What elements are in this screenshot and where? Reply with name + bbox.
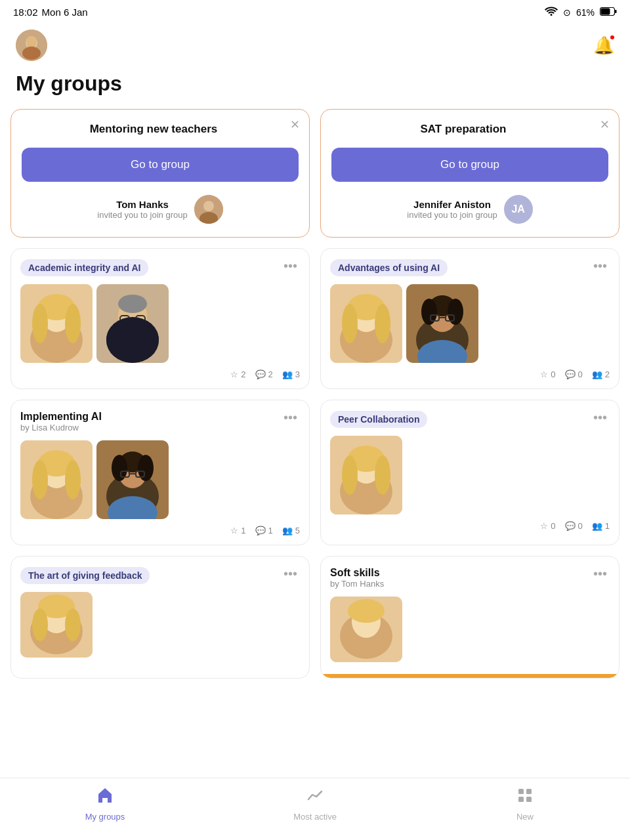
nav-label-my-groups: My groups xyxy=(85,812,125,822)
inviter-name-mentoring: Tom Hanks xyxy=(97,199,187,210)
svg-point-69 xyxy=(32,608,48,641)
battery-icon xyxy=(600,7,617,18)
member-photo-1-peer-collab xyxy=(330,436,402,514)
svg-point-74 xyxy=(348,599,385,623)
header: 🔔 xyxy=(0,23,630,72)
stars-count-implementing-ai: 1 xyxy=(241,526,245,536)
inviter-initials-sat: JA xyxy=(511,203,524,215)
svg-point-17 xyxy=(65,304,81,343)
time: 18:02 xyxy=(13,7,38,18)
day: Mon 6 Jan xyxy=(42,7,88,18)
group-name-implementing-ai: Implementing AI xyxy=(20,411,102,423)
comment-icon-4: 💬 xyxy=(565,521,576,531)
more-button-soft-skills[interactable]: ••• xyxy=(591,567,610,580)
group-stats-implementing-ai: ☆1 💬1 👥5 xyxy=(20,526,300,536)
invite-card-mentoring: ✕ Mentoring new teachers Go to group Tom… xyxy=(10,109,310,238)
svg-rect-75 xyxy=(518,789,524,794)
more-button-advantages-ai[interactable]: ••• xyxy=(591,259,610,272)
more-button-implementing-ai[interactable]: ••• xyxy=(281,411,300,424)
comments-count-advantages-ai: 0 xyxy=(578,369,583,379)
wifi-icon xyxy=(545,7,558,18)
member-photo-2-academic-ai xyxy=(96,284,169,363)
invite-footer-mentoring: Tom Hanks invited you to join group xyxy=(22,195,299,224)
go-to-group-button-sat[interactable]: Go to group xyxy=(331,148,608,182)
group-card-implementing-ai: Implementing AI by Lisa Kudrow ••• xyxy=(10,400,310,545)
group-card-soft-skills: Soft skills by Tom Hanks ••• xyxy=(320,556,620,679)
nav-item-most-active[interactable]: Most active xyxy=(289,786,341,822)
members-icon: 👥 xyxy=(282,369,293,379)
star-icon-4: ☆ xyxy=(540,521,548,531)
orange-progress-bar xyxy=(321,674,619,678)
user-avatar[interactable] xyxy=(16,30,47,61)
group-tag-advantages-ai: Advantages of using AI xyxy=(330,259,448,276)
members-count-implementing-ai: 5 xyxy=(295,526,300,536)
members-count-advantages-ai: 2 xyxy=(605,369,610,379)
nav-label-most-active: Most active xyxy=(293,812,337,822)
location-icon: ⊙ xyxy=(563,7,571,18)
nav-item-new[interactable]: New xyxy=(499,786,551,822)
close-button-sat[interactable]: ✕ xyxy=(600,117,610,132)
more-button-academic-ai[interactable]: ••• xyxy=(281,259,300,272)
nav-item-my-groups[interactable]: My groups xyxy=(79,786,131,822)
member-photo-2-advantages-ai xyxy=(406,284,478,363)
svg-point-7 xyxy=(26,36,37,47)
member-photos-academic-ai xyxy=(20,284,300,363)
group-tag-art-feedback: The art of giving feedback xyxy=(20,567,150,584)
inviter-sub-mentoring: invited you to join group xyxy=(97,210,187,220)
group-tag-academic-ai: Academic integrity and AI xyxy=(20,259,148,276)
stars-count-peer-collab: 0 xyxy=(551,521,555,531)
members-count-peer-collab: 1 xyxy=(605,521,610,531)
member-photos-implementing-ai xyxy=(20,440,300,519)
member-photos-advantages-ai xyxy=(330,284,610,363)
invite-card-title-mentoring: Mentoring new teachers xyxy=(22,123,299,136)
invite-card-sat: ✕ SAT preparation Go to group Jennifer A… xyxy=(320,109,620,238)
svg-rect-78 xyxy=(526,797,532,802)
bottom-navigation: My groups Most active New xyxy=(0,778,630,840)
star-icon: ☆ xyxy=(230,369,238,379)
group-card-peer-collab: Peer Collaboration ••• ☆0 💬0 👥1 xyxy=(320,400,620,545)
more-button-peer-collab[interactable]: ••• xyxy=(591,411,610,424)
group-card-advantages-ai: Advantages of using AI ••• xyxy=(320,248,620,389)
members-icon-4: 👥 xyxy=(592,521,602,531)
grid-icon xyxy=(516,786,534,809)
comment-icon-3: 💬 xyxy=(255,526,266,536)
member-photo-1-soft-skills xyxy=(330,597,402,662)
page-title: My groups xyxy=(0,72,630,109)
group-stats-academic-ai: ☆2 💬2 👥3 xyxy=(20,369,300,379)
svg-point-32 xyxy=(375,304,390,343)
star-icon-2: ☆ xyxy=(540,369,548,379)
members-icon-3: 👥 xyxy=(282,526,293,536)
group-stats-advantages-ai: ☆0 💬0 👥2 xyxy=(330,369,610,379)
svg-point-70 xyxy=(65,608,81,641)
svg-point-48 xyxy=(65,460,81,499)
member-photos-peer-collab xyxy=(330,436,610,514)
comments-count-academic-ai: 2 xyxy=(268,369,273,379)
inviter-avatar-mentoring xyxy=(194,195,223,224)
svg-point-26 xyxy=(106,317,159,363)
notification-bell-container: 🔔 xyxy=(593,35,614,56)
member-photo-1-academic-ai xyxy=(20,284,93,363)
notification-dot xyxy=(609,34,616,41)
inviter-avatar-sat: JA xyxy=(504,195,533,224)
member-photos-soft-skills xyxy=(330,597,610,662)
go-to-group-button-mentoring[interactable]: Go to group xyxy=(22,148,299,182)
group-author-soft-skills: by Tom Hanks xyxy=(330,579,384,589)
svg-point-47 xyxy=(32,460,48,499)
group-stats-peer-collab: ☆0 💬0 👥1 xyxy=(330,521,610,531)
svg-point-64 xyxy=(375,455,390,495)
star-icon-3: ☆ xyxy=(230,526,238,536)
svg-point-31 xyxy=(342,304,358,343)
member-photo-1-art-feedback xyxy=(20,592,93,658)
member-photo-2-implementing-ai xyxy=(96,440,169,519)
member-photo-1-advantages-ai xyxy=(330,284,402,363)
svg-rect-2 xyxy=(615,10,617,13)
more-button-art-feedback[interactable]: ••• xyxy=(281,567,300,580)
comments-count-peer-collab: 0 xyxy=(578,521,583,531)
stars-count-academic-ai: 2 xyxy=(241,369,245,379)
close-button-mentoring[interactable]: ✕ xyxy=(290,117,300,132)
member-photo-1-implementing-ai xyxy=(20,440,93,519)
group-tag-peer-collab: Peer Collaboration xyxy=(330,411,427,428)
status-bar: 18:02 Mon 6 Jan ⊙ 61% xyxy=(0,0,630,23)
svg-rect-76 xyxy=(526,789,532,794)
svg-point-6 xyxy=(22,47,41,60)
